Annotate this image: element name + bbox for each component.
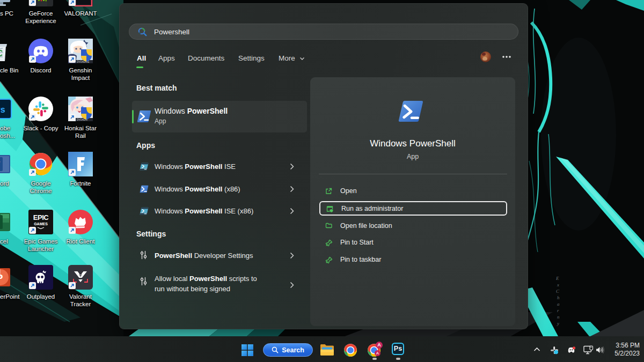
svg-text:r: r: [557, 308, 559, 313]
svg-text:Ps: Ps: [0, 105, 5, 114]
svg-text:h: h: [557, 295, 560, 300]
svg-text:n: n: [557, 314, 560, 320]
svg-text:x: x: [557, 282, 559, 287]
svg-text:P: P: [0, 273, 3, 283]
svg-text:C: C: [556, 289, 560, 294]
svg-text:EPIC: EPIC: [33, 213, 49, 221]
svg-text:a: a: [557, 301, 560, 307]
svg-text:GAMES: GAMES: [34, 222, 48, 226]
svg-text:y: y: [557, 321, 559, 326]
svg-text:E: E: [555, 276, 559, 281]
